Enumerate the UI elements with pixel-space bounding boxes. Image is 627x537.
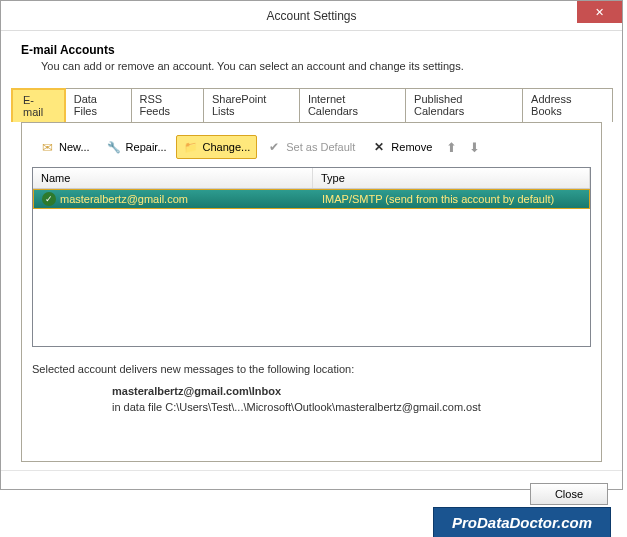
watermark: ProDataDoctor.com [433,507,611,537]
column-name-header[interactable]: Name [33,168,313,188]
window-title: Account Settings [266,9,356,23]
move-up-button[interactable] [441,136,462,159]
close-icon: ✕ [595,6,604,19]
delivery-details: masteralbertz@gmail.com\Inbox in data fi… [32,385,591,413]
tab-content: New... Repair... Change... Set as Defaul… [21,122,602,462]
tab-address-books[interactable]: Address Books [522,88,613,122]
account-settings-dialog: Account Settings ✕ E-mail Accounts You c… [0,0,623,490]
repair-button[interactable]: Repair... [99,135,174,159]
header-description: You can add or remove an account. You ca… [21,60,602,72]
arrow-up-icon [446,140,457,155]
header-title: E-mail Accounts [21,43,602,57]
account-type-cell: IMAP/SMTP (send from this account by def… [314,191,589,207]
change-button[interactable]: Change... [176,135,258,159]
tab-email[interactable]: E-mail [11,88,66,122]
repair-icon [106,139,122,155]
tabs-container: E-mail Data Files RSS Feeds SharePoint L… [11,88,612,462]
delivery-datafile: in data file C:\Users\Test\...\Microsoft… [112,401,591,413]
table-row[interactable]: ✓ masteralbertz@gmail.com IMAP/SMTP (sen… [33,189,590,209]
change-icon [183,139,199,155]
tab-data-files[interactable]: Data Files [65,88,132,122]
new-button[interactable]: New... [32,135,97,159]
account-name-cell: ✓ masteralbertz@gmail.com [34,190,314,208]
tab-rss-feeds[interactable]: RSS Feeds [131,88,204,122]
title-bar: Account Settings ✕ [1,1,622,31]
delivery-section: Selected account delivers new messages t… [32,363,591,413]
remove-button[interactable]: Remove [364,135,439,159]
delivery-location: masteralbertz@gmail.com\Inbox [112,385,591,397]
column-type-header[interactable]: Type [313,168,590,188]
checkmark-icon [266,139,282,155]
move-down-button[interactable] [464,136,485,159]
default-account-check-icon: ✓ [42,192,56,206]
table-header: Name Type [33,168,590,189]
remove-icon [371,139,387,155]
tab-published-calendars[interactable]: Published Calendars [405,88,523,122]
toolbar: New... Repair... Change... Set as Defaul… [32,133,591,167]
set-default-button[interactable]: Set as Default [259,135,362,159]
header-section: E-mail Accounts You can add or remove an… [1,31,622,88]
tab-internet-calendars[interactable]: Internet Calendars [299,88,406,122]
window-close-button[interactable]: ✕ [577,1,622,23]
accounts-table: Name Type ✓ masteralbertz@gmail.com IMAP… [32,167,591,347]
tab-sharepoint-lists[interactable]: SharePoint Lists [203,88,300,122]
tab-strip: E-mail Data Files RSS Feeds SharePoint L… [11,88,612,122]
new-icon [39,139,55,155]
arrow-down-icon [469,140,480,155]
close-button[interactable]: Close [530,483,608,505]
delivery-label: Selected account delivers new messages t… [32,363,591,375]
